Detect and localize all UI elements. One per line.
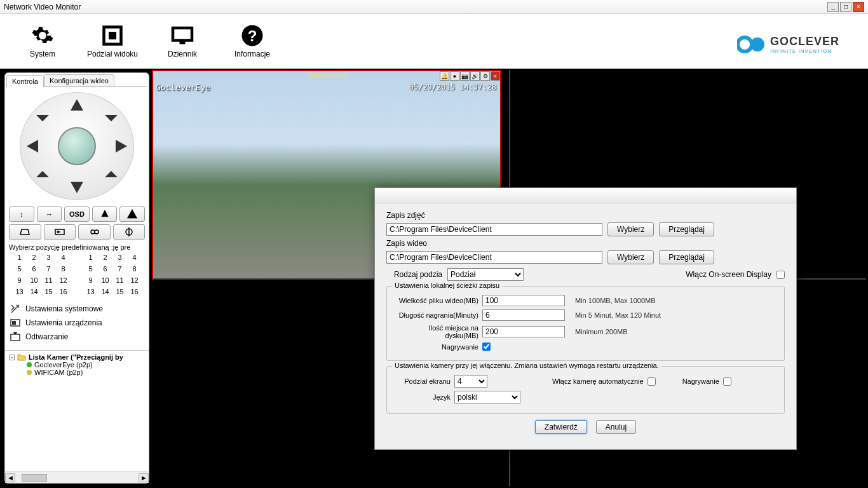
preset-2[interactable]: 2 (27, 252, 41, 262)
scroll-right-button[interactable]: ▶ (139, 473, 149, 482)
scroll-left-button[interactable]: ◀ (5, 473, 15, 482)
toolbar-log-button[interactable]: Dziennik (147, 16, 217, 67)
toolbar-info-button[interactable]: ? Informacje (217, 16, 287, 67)
confirm-button[interactable]: Zatwierdź (535, 420, 587, 434)
auto-on-checkbox[interactable] (648, 377, 656, 386)
cancel-button[interactable]: Anuluj (596, 420, 636, 434)
tree-collapse-icon[interactable]: - (9, 355, 15, 360)
tile-audio-button[interactable]: 🔊 (470, 71, 480, 81)
camera-overlay-name: GocleverEye (156, 83, 210, 92)
ptz-upleft-button[interactable] (36, 109, 49, 121)
ptz-horizontal-button[interactable]: ↔ (37, 207, 62, 222)
ptz-center-button[interactable] (58, 127, 96, 165)
preset-4[interactable]: 4 (57, 252, 70, 262)
preset-7[interactable]: 7 (42, 264, 55, 274)
tab-control[interactable]: Kontrola (6, 75, 44, 87)
preset-b5[interactable]: 5 (84, 264, 97, 274)
arrow-left-box-icon (55, 228, 65, 236)
ptz-downright-button[interactable] (105, 171, 118, 184)
language-select[interactable]: polski (454, 391, 520, 403)
playback-link[interactable]: Odtwarzanie (10, 330, 144, 344)
preset-15[interactable]: 15 (42, 287, 55, 297)
filesize-input[interactable] (482, 295, 565, 306)
tile-settings-button[interactable]: ⚙ (480, 71, 490, 81)
toolbar-system-button[interactable]: System (8, 16, 78, 67)
ptz-left-button[interactable] (27, 140, 38, 152)
preset-1[interactable]: 1 (13, 252, 26, 262)
preset-6[interactable]: 6 (27, 264, 41, 274)
preset-b13[interactable]: 13 (84, 287, 97, 297)
preset-16[interactable]: 16 (57, 287, 70, 297)
question-icon: ? (241, 24, 264, 47)
zoom-out-button[interactable] (119, 207, 145, 222)
preset-5[interactable]: 5 (13, 264, 26, 274)
ptz-vertical-button[interactable]: ↕ (9, 207, 34, 222)
preset-b2[interactable]: 2 (98, 252, 112, 262)
video-browse-button[interactable]: Przeglądaj (659, 250, 714, 264)
disk-input[interactable] (482, 326, 565, 337)
preset-b14[interactable]: 14 (98, 287, 112, 297)
iris-open-button[interactable] (9, 224, 41, 240)
iris-close-button[interactable] (44, 224, 76, 240)
preset-b6[interactable]: 6 (98, 264, 112, 274)
recording2-checkbox[interactable] (723, 377, 731, 386)
recording-checkbox[interactable] (482, 342, 491, 351)
status-dot-green-icon (27, 362, 32, 367)
zoom-in-button[interactable] (92, 207, 118, 222)
camera-item-wificam[interactable]: WIFICAM (p2p) (9, 369, 145, 376)
focus-far-button[interactable] (113, 224, 146, 240)
osd-checkbox[interactable] (776, 271, 785, 279)
preset-b12[interactable]: 12 (128, 275, 141, 285)
duration-input[interactable] (482, 309, 565, 321)
preset-b8[interactable]: 8 (128, 264, 141, 274)
preset-10[interactable]: 10 (27, 275, 41, 285)
ptz-upright-button[interactable] (105, 109, 118, 121)
preset-b1[interactable]: 1 (84, 252, 97, 262)
preset-b15[interactable]: 15 (113, 287, 126, 297)
camera-item-goclever[interactable]: GocleverEye (p2p) (9, 361, 145, 369)
toolbar-view-split-button[interactable]: Podział widoku (78, 16, 147, 67)
preset-12[interactable]: 12 (57, 275, 70, 285)
preset-3[interactable]: 3 (42, 252, 55, 262)
preset-b9[interactable]: 9 (84, 275, 97, 285)
sidebar-scrollbar[interactable]: ◀ ▶ (5, 471, 149, 483)
window-maximize-button[interactable]: □ (840, 2, 851, 12)
video-path-input[interactable] (386, 251, 602, 264)
ptz-down-button[interactable] (71, 182, 83, 193)
window-minimize-button[interactable]: _ (827, 2, 839, 12)
preset-b10[interactable]: 10 (98, 275, 112, 285)
preset-b4[interactable]: 4 (128, 252, 141, 262)
photo-path-input[interactable] (386, 223, 602, 236)
tile-alarm-button[interactable]: 🔔 (440, 71, 449, 81)
ptz-up-button[interactable] (71, 99, 83, 111)
focus-near-button[interactable] (78, 224, 111, 240)
window-close-button[interactable]: × (853, 2, 864, 12)
preset-8[interactable]: 8 (57, 264, 70, 274)
preset-b16[interactable]: 16 (128, 287, 141, 297)
screen-split-select[interactable]: 4 (454, 375, 487, 388)
tab-video-config[interactable]: Konfiguracja wideo (44, 74, 114, 86)
preset-11[interactable]: 11 (42, 275, 55, 285)
system-settings-link[interactable]: Ustawienia systemowe (10, 302, 144, 316)
tile-snapshot-button[interactable]: 📷 (460, 71, 470, 81)
split-type-select[interactable]: Podział (447, 268, 524, 281)
preset-grid-right: 1234 5678 9101112 13141516 (83, 251, 142, 298)
osd-button[interactable]: OSD (64, 207, 90, 222)
preset-b7[interactable]: 7 (113, 264, 126, 274)
device-settings-link[interactable]: Ustawienia urządzenia (10, 316, 144, 330)
ptz-right-button[interactable] (116, 140, 127, 152)
video-grid: GocleverEye 🔔 ● 📷 🔊 ⚙ × GocleverEye 05/2… (152, 70, 866, 486)
photo-browse-button[interactable]: Przeglądaj (659, 222, 714, 236)
photo-select-button[interactable]: Wybierz (607, 222, 654, 236)
ptz-downleft-button[interactable] (36, 171, 49, 184)
video-select-button[interactable]: Wybierz (607, 250, 654, 264)
scroll-thumb[interactable] (22, 474, 47, 482)
tile-close-button[interactable]: × (491, 71, 500, 81)
preset-9[interactable]: 9 (13, 275, 26, 285)
preset-b3[interactable]: 3 (113, 252, 126, 262)
preset-b11[interactable]: 11 (113, 275, 126, 285)
tile-record-button[interactable]: ● (450, 71, 459, 81)
preset-13[interactable]: 13 (13, 287, 26, 297)
preset-14[interactable]: 14 (27, 287, 41, 297)
dialog-titlebar[interactable] (375, 188, 796, 203)
